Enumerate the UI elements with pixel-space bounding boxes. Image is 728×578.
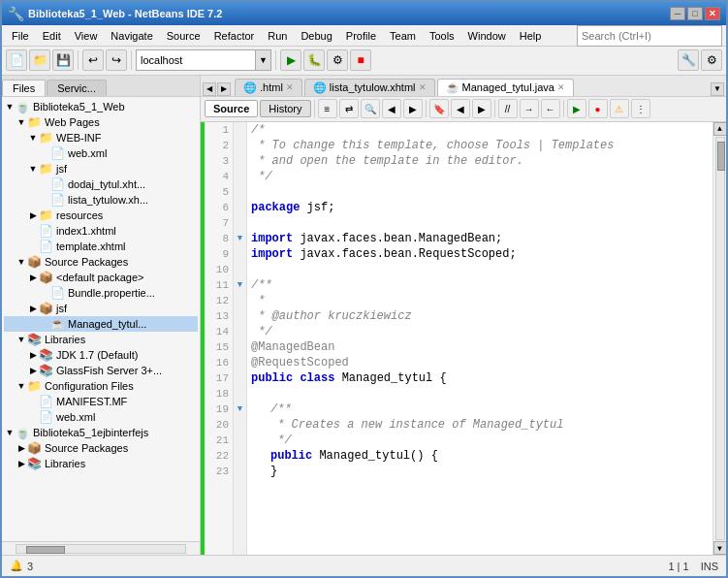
tree-item-webpages[interactable]: ▼ 📁 Web Pages	[4, 114, 198, 130]
menu-view[interactable]: View	[69, 28, 104, 44]
tab-lista-close[interactable]: ✕	[419, 82, 427, 92]
menu-profile[interactable]: Profile	[340, 28, 382, 44]
tree-item-manifest[interactable]: 📄 MANIFEST.MF	[4, 394, 198, 409]
expand-arrow[interactable]: ▼	[16, 381, 27, 391]
expand-arrow[interactable]: ▶	[16, 459, 27, 468]
warning-btn[interactable]: ⚠	[610, 99, 629, 118]
tree-item-webinf[interactable]: ▼ 📁 WEB-INF	[4, 130, 198, 145]
menu-file[interactable]: File	[6, 28, 35, 44]
expand-arrow[interactable]: ▶	[27, 350, 39, 360]
expand-arrow[interactable]: ▶	[27, 366, 39, 375]
expand-arrow[interactable]: ▶	[16, 443, 27, 453]
editor-tab-html[interactable]: 🌐 .html ✕	[235, 79, 302, 96]
outdent-btn[interactable]: ←	[541, 99, 560, 118]
tree-item-managed[interactable]: ☕ Managed_tytul...	[4, 316, 198, 332]
undo-button[interactable]: ↩	[82, 49, 104, 71]
tree-item-index[interactable]: 📄 index1.xhtml	[4, 223, 198, 239]
tree-item-configfiles[interactable]: ▼ 📁 Configuration Files	[4, 378, 198, 394]
tree-item-jsf[interactable]: ▼ 📁 jsf	[4, 161, 198, 177]
history-tab[interactable]: History	[260, 100, 310, 117]
tree-item-lista[interactable]: 📄 lista_tytulow.xh...	[4, 192, 198, 208]
vertical-scrollbar[interactable]: ▲ ▼	[712, 122, 726, 555]
options-btn[interactable]: ⋮	[631, 99, 650, 118]
menu-navigate[interactable]: Navigate	[105, 28, 158, 44]
tree-item-src-pkgs2[interactable]: ▶ 📦 Source Packages	[4, 440, 198, 456]
redo-button[interactable]: ↪	[106, 49, 127, 71]
tree-item-webxml[interactable]: 📄 web.xml	[4, 145, 198, 161]
indent-btn[interactable]: →	[520, 99, 539, 118]
tab-managed-close[interactable]: ✕	[557, 82, 565, 92]
menu-refactor[interactable]: Refactor	[208, 28, 261, 44]
open-button[interactable]: 📁	[29, 49, 50, 71]
menu-tools[interactable]: Tools	[424, 28, 460, 44]
profile-button[interactable]: ⚙	[327, 49, 348, 71]
expand-arrow[interactable]: ▼	[4, 102, 16, 112]
tab-html-close[interactable]: ✕	[286, 82, 294, 92]
expand-arrow[interactable]: ▼	[16, 117, 27, 127]
maximize-button[interactable]: □	[687, 7, 703, 20]
tree-item-dodaj[interactable]: 📄 dodaj_tytul.xht...	[4, 177, 198, 192]
horizontal-scrollbar[interactable]	[2, 541, 200, 555]
code-area[interactable]: 1 2 3 4 5 6 7 8 9 10 11 12 13 14 15 16 1	[201, 122, 726, 555]
tree-item-bundle[interactable]: 📄 Bundle.propertie...	[4, 285, 198, 301]
expand-arrow[interactable]: ▼	[16, 335, 27, 344]
run-button[interactable]: ▶	[280, 49, 301, 71]
server-combo[interactable]: localhost ▼	[136, 49, 271, 71]
tree-item-resources[interactable]: ▶ 📁 resources	[4, 208, 198, 223]
tree-item-webxml2[interactable]: 📄 web.xml	[4, 409, 198, 425]
save-button[interactable]: 💾	[52, 49, 74, 71]
run-btn[interactable]: ▶	[567, 99, 586, 118]
expand-arrow[interactable]: ▶	[27, 273, 39, 282]
tools-button[interactable]: 🔧	[678, 49, 699, 71]
files-tab[interactable]: Files	[2, 80, 46, 96]
expand-arrow[interactable]: ▼	[27, 133, 39, 143]
config-button[interactable]: ⚙	[701, 49, 722, 71]
tree-item-libs2[interactable]: ▶ 📚 Libraries	[4, 456, 198, 471]
source-tab[interactable]: Source	[205, 100, 258, 117]
format-btn[interactable]: ≡	[318, 99, 337, 118]
stop-button[interactable]: ■	[350, 49, 371, 71]
editor-tab-managed[interactable]: ☕ Managed_tytul.java ✕	[437, 79, 574, 96]
menu-debug[interactable]: Debug	[295, 28, 337, 44]
tab-nav-left[interactable]: ◀	[203, 82, 216, 96]
toggle-comment-btn[interactable]: //	[498, 99, 518, 118]
scroll-down-btn[interactable]: ▼	[713, 541, 727, 555]
menu-source[interactable]: Source	[161, 28, 206, 44]
menu-edit[interactable]: Edit	[37, 28, 67, 44]
minimize-button[interactable]: ─	[670, 7, 685, 20]
tree-item-libraries[interactable]: ▼ 📚 Libraries	[4, 332, 198, 347]
prev-btn[interactable]: ◀	[382, 99, 401, 118]
next-bookmark-btn[interactable]: ▶	[472, 99, 491, 118]
tree-item-glassfish[interactable]: ▶ 📚 GlassFish Server 3+...	[4, 363, 198, 378]
menu-run[interactable]: Run	[262, 28, 293, 44]
menu-team[interactable]: Team	[384, 28, 422, 44]
close-button[interactable]: ✕	[705, 7, 720, 20]
prev-bookmark-btn[interactable]: ◀	[451, 99, 470, 118]
search-btn[interactable]: 🔍	[361, 99, 380, 118]
new-button[interactable]: 📄	[6, 49, 27, 71]
tab-dropdown[interactable]: ▼	[711, 82, 724, 96]
tree-item-defaultpkg[interactable]: ▶ 📦 <default package>	[4, 270, 198, 285]
tree-item-ejb[interactable]: ▼ 🍵 Biblioteka5_1ejbinterfejs	[4, 425, 198, 440]
tree-item-jdk[interactable]: ▶ 📚 JDK 1.7 (Default)	[4, 347, 198, 363]
tree-item-jsfpkg[interactable]: ▶ 📦 jsf	[4, 301, 198, 316]
bookmark-btn[interactable]: 🔖	[429, 99, 449, 118]
expand-arrow[interactable]: ▼	[4, 428, 16, 437]
scroll-up-btn[interactable]: ▲	[713, 122, 727, 136]
toggle-btn[interactable]: ⇄	[339, 99, 359, 118]
menu-help[interactable]: Help	[514, 28, 548, 44]
services-tab[interactable]: Servic...	[47, 80, 107, 96]
expand-arrow[interactable]: ▶	[27, 210, 39, 220]
file-tree[interactable]: ▼ 🍵 Biblioteka5_1_Web ▼ 📁 Web Pages ▼ 📁 …	[2, 97, 200, 541]
debug-button[interactable]: 🐛	[303, 49, 325, 71]
search-input[interactable]	[578, 30, 719, 42]
tree-item-biblioteka[interactable]: ▼ 🍵 Biblioteka5_1_Web	[4, 99, 198, 114]
error-btn[interactable]: ●	[588, 99, 608, 118]
expand-arrow[interactable]: ▼	[16, 257, 27, 267]
tree-item-template[interactable]: 📄 template.xhtml	[4, 239, 198, 254]
tab-nav-right[interactable]: ▶	[217, 82, 231, 96]
scroll-track[interactable]	[715, 137, 725, 540]
code-content[interactable]: /* * To change this template, choose Too…	[247, 122, 712, 555]
expand-arrow[interactable]: ▶	[27, 304, 39, 313]
tree-item-sourcepackages[interactable]: ▼ 📦 Source Packages	[4, 254, 198, 270]
